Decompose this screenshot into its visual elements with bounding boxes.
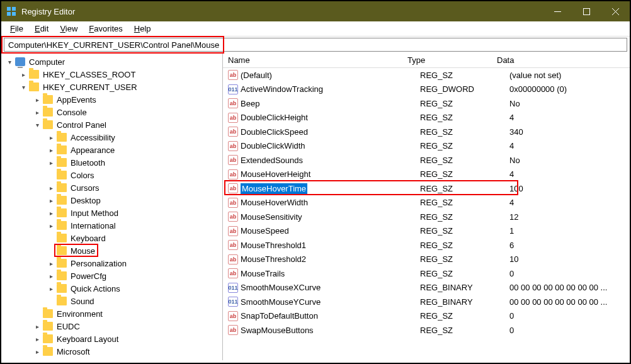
tree-item[interactable]: ▸PowerCfg xyxy=(1,270,222,282)
tree-item[interactable]: ▸Cursors xyxy=(1,181,222,194)
close-button[interactable] xyxy=(601,1,630,21)
col-header-type[interactable]: Type xyxy=(407,55,497,65)
chevron-right-icon[interactable]: ▸ xyxy=(47,196,55,205)
chevron-right-icon[interactable]: ▸ xyxy=(47,158,55,167)
list-row[interactable]: abBeepREG_SZNo xyxy=(223,96,630,111)
value-data: No xyxy=(509,156,630,165)
list-row[interactable]: abMouseThreshold2REG_SZ10 xyxy=(223,253,630,267)
chevron-right-icon[interactable]: ▸ xyxy=(47,284,55,293)
folder-icon xyxy=(43,309,53,318)
list-row[interactable]: abMouseTrailsREG_SZ0 xyxy=(223,266,630,281)
value-type: REG_SZ xyxy=(420,212,509,222)
value-name: MouseThreshold2 xyxy=(241,254,306,264)
tree-item-label: Environment xyxy=(57,309,103,319)
tree-item[interactable]: ▸Appearance xyxy=(1,144,222,156)
chevron-right-icon[interactable]: ▸ xyxy=(47,221,55,230)
list-row[interactable]: abMouseHoverTimeREG_SZ100 xyxy=(223,181,630,196)
tree-item[interactable]: ▸Desktop xyxy=(1,194,222,207)
maximize-button[interactable] xyxy=(572,1,601,21)
menu-file[interactable]: File xyxy=(5,23,28,35)
chevron-right-icon[interactable]: ▸ xyxy=(47,145,55,154)
minimize-button[interactable] xyxy=(543,1,572,21)
list-row[interactable]: 011ActiveWindowTrackingREG_DWORD0x000000… xyxy=(223,82,630,97)
list-row[interactable]: ab(Default)REG_SZ(value not set) xyxy=(223,68,630,82)
tree-root[interactable]: ▾ Computer xyxy=(1,55,222,68)
list-row[interactable]: 011SmoothMouseXCurveREG_BINARY00 00 00 0… xyxy=(223,281,630,295)
list-row[interactable]: abMouseSpeedREG_SZ1 xyxy=(223,224,630,239)
folder-icon xyxy=(57,158,67,167)
list-row[interactable]: 011SmoothMouseYCurveREG_BINARY00 00 00 0… xyxy=(223,295,630,309)
folder-icon xyxy=(29,70,39,79)
col-header-data[interactable]: Data xyxy=(497,55,630,65)
menu-view[interactable]: View xyxy=(55,23,82,35)
window-title: Registry Editor xyxy=(21,7,543,16)
tree-item[interactable]: ▸HKEY_CLASSES_ROOT xyxy=(1,68,222,81)
col-header-name[interactable]: Name xyxy=(228,55,407,65)
string-value-icon: ab xyxy=(228,268,238,278)
menu-favorites[interactable]: Favorites xyxy=(84,23,127,35)
tree-item[interactable]: ▾Control Panel xyxy=(1,118,222,131)
tree-item[interactable]: ▸Keyboard Layout xyxy=(1,333,222,345)
tree-item[interactable]: ▾HKEY_CURRENT_USER xyxy=(1,81,222,93)
no-arrow xyxy=(47,297,55,305)
chevron-down-icon[interactable]: ▾ xyxy=(33,120,42,129)
tree-item[interactable]: Environment xyxy=(1,307,222,320)
chevron-right-icon[interactable]: ▸ xyxy=(47,183,55,192)
value-name: MouseSensitivity xyxy=(241,212,302,222)
tree-item[interactable]: ▸Console xyxy=(1,106,222,118)
value-name: ActiveWindowTracking xyxy=(241,84,323,94)
tree-item[interactable]: ▸Personalization xyxy=(1,257,222,270)
tree-item[interactable]: Sound xyxy=(1,295,222,307)
chevron-right-icon[interactable]: ▸ xyxy=(33,322,42,331)
tree-panel[interactable]: ▾ Computer ▸HKEY_CLASSES_ROOT▾HKEY_CURRE… xyxy=(1,53,223,360)
tree-item[interactable]: ▸EUDC xyxy=(1,320,222,333)
string-value-icon: ab xyxy=(228,127,238,137)
list-row[interactable]: abMouseHoverWidthREG_SZ4 xyxy=(223,196,630,210)
value-data: 340 xyxy=(509,127,630,137)
value-name: DoubleClickWidth xyxy=(241,141,305,151)
no-arrow xyxy=(47,171,55,179)
chevron-right-icon[interactable]: ▸ xyxy=(33,95,42,104)
menu-help[interactable]: Help xyxy=(129,23,156,35)
list-row[interactable]: abDoubleClickHeightREG_SZ4 xyxy=(223,111,630,125)
chevron-right-icon[interactable]: ▸ xyxy=(47,259,55,268)
list-header[interactable]: Name Type Data xyxy=(223,53,630,68)
chevron-right-icon[interactable]: ▸ xyxy=(47,271,55,280)
tree-item[interactable]: ▸International xyxy=(1,219,222,232)
tree-item[interactable]: Mouse xyxy=(1,244,222,257)
tree-item[interactable]: ▸AppEvents xyxy=(1,93,222,106)
list-row[interactable]: abMouseThreshold1REG_SZ6 xyxy=(223,238,630,253)
list-row[interactable]: abSwapMouseButtonsREG_SZ0 xyxy=(223,323,630,338)
chevron-right-icon[interactable]: ▸ xyxy=(47,133,55,142)
tree-item[interactable]: ▸Input Method xyxy=(1,207,222,219)
list-row[interactable]: abDoubleClickWidthREG_SZ4 xyxy=(223,139,630,154)
menu-edit[interactable]: Edit xyxy=(30,23,54,35)
address-bar[interactable]: Computer\HKEY_CURRENT_USER\Control Panel… xyxy=(4,38,627,52)
tree-item-label: Sound xyxy=(71,297,94,306)
list-row[interactable]: abDoubleClickSpeedREG_SZ340 xyxy=(223,125,630,139)
list-row[interactable]: abMouseHoverHeightREG_SZ4 xyxy=(223,168,630,182)
value-type: REG_BINARY xyxy=(420,297,509,307)
tree-item[interactable]: ▸Microsoft xyxy=(1,345,222,358)
no-arrow xyxy=(33,309,42,318)
tree-item-label: Console xyxy=(57,108,87,117)
value-data: 4 xyxy=(509,198,630,207)
chevron-right-icon[interactable]: ▸ xyxy=(33,347,42,356)
tree-item[interactable]: ▸Quick Actions xyxy=(1,282,222,295)
chevron-right-icon[interactable]: ▸ xyxy=(19,70,28,79)
chevron-right-icon[interactable]: ▸ xyxy=(33,334,42,343)
titlebar[interactable]: Registry Editor xyxy=(1,1,630,21)
list-row[interactable]: abSnapToDefaultButtonREG_SZ0 xyxy=(223,309,630,324)
chevron-right-icon[interactable]: ▸ xyxy=(47,208,55,217)
chevron-right-icon[interactable]: ▸ xyxy=(33,108,42,117)
tree-item[interactable]: Keyboard xyxy=(1,232,222,244)
value-list-panel[interactable]: Name Type Data ab(Default)REG_SZ(value n… xyxy=(223,53,630,360)
chevron-down-icon[interactable]: ▾ xyxy=(5,57,14,66)
list-row[interactable]: abExtendedSoundsREG_SZNo xyxy=(223,153,630,168)
tree-item[interactable]: ▸Accessibility xyxy=(1,131,222,144)
chevron-down-icon[interactable]: ▾ xyxy=(19,82,28,91)
list-row[interactable]: abMouseSensitivityREG_SZ12 xyxy=(223,210,630,224)
tree-item[interactable]: ▸Bluetooth xyxy=(1,156,222,169)
value-name: MouseSpeed xyxy=(241,226,289,236)
tree-item[interactable]: Colors xyxy=(1,169,222,181)
